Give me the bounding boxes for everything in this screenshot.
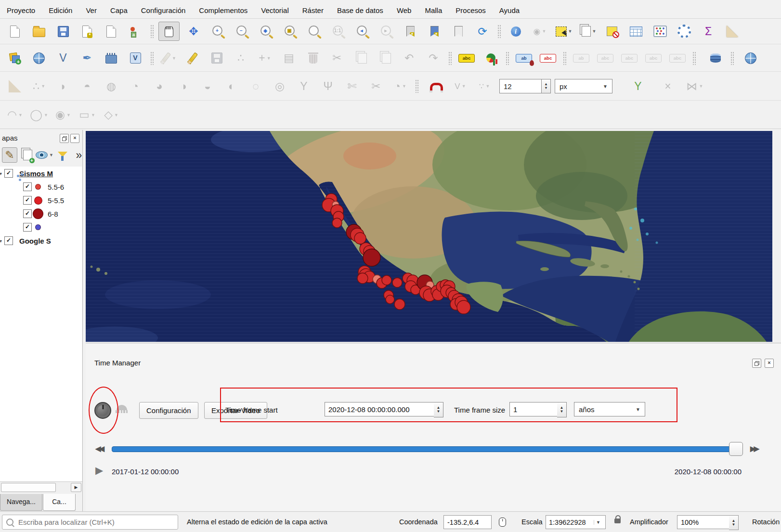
legend-checkbox[interactable]: ✓ <box>23 223 32 232</box>
archaeology-mode-icon[interactable] <box>116 405 128 413</box>
delete-part[interactable]: ◐ <box>221 77 242 95</box>
snap-units[interactable]: px▼ <box>555 77 612 95</box>
menu-ver[interactable]: Ver <box>79 3 104 18</box>
menu-procesos[interactable]: Procesos <box>449 3 493 18</box>
save-layer-edits[interactable] <box>207 49 227 67</box>
pin-labels-tool[interactable]: ab <box>514 49 534 67</box>
cut-features[interactable]: ✂ <box>327 49 347 67</box>
legend-checkbox[interactable]: ✓ <box>23 209 32 218</box>
data-source-manager[interactable] <box>5 49 25 67</box>
zoom-to-layer[interactable]: ▣ <box>280 22 300 40</box>
menu-complementos[interactable]: Complementos <box>192 3 254 18</box>
deselect-features[interactable] <box>602 22 622 40</box>
add-delimited-text-layer[interactable]: ✒ <box>77 49 97 67</box>
add-wms-layer[interactable] <box>29 49 49 67</box>
add-group[interactable] <box>19 148 34 162</box>
layer-checkbox[interactable]: ✓ <box>4 169 13 178</box>
tracing-toggle[interactable]: V▼ <box>450 77 470 95</box>
delete-ring[interactable]: ◒ <box>197 77 218 95</box>
split-features[interactable]: Y <box>294 77 314 95</box>
layers-panel-hscrollbar[interactable]: ▶ <box>0 481 82 493</box>
play-icon[interactable]: ▶ <box>95 465 103 476</box>
digitize-record[interactable]: ∴ <box>231 49 251 67</box>
pan-to-selection[interactable]: ✥ <box>183 22 204 40</box>
configuration-button[interactable]: Configuración <box>139 402 198 419</box>
show-sum-statistics[interactable]: Σ <box>698 22 718 40</box>
move-feature[interactable]: ◗ <box>53 77 73 95</box>
legend-checkbox[interactable]: ✓ <box>23 196 32 205</box>
add-virtual-layer[interactable] <box>125 49 145 67</box>
layer-labeling-options[interactable]: abc <box>456 49 477 67</box>
menu-malla[interactable]: Malla <box>418 3 449 18</box>
digitize-circular-string[interactable]: ◠▼ <box>5 106 25 124</box>
add-vector-layer[interactable]: V <box>53 49 73 67</box>
multiedit-attributes[interactable]: ▤ <box>279 49 299 67</box>
add-ring[interactable]: ◔ <box>125 77 145 95</box>
scrollbar-thumb[interactable] <box>1 483 56 492</box>
delete-selected[interactable] <box>303 49 323 67</box>
map-canvas[interactable] <box>86 131 772 342</box>
new-print-layout[interactable]: * <box>77 22 97 40</box>
tab-capas[interactable]: Ca... <box>43 494 76 511</box>
measure-line[interactable] <box>722 22 742 40</box>
reshape-features[interactable]: ◌ <box>246 77 266 95</box>
current-edits[interactable]: ▼ <box>158 49 179 67</box>
advanced-digitizing-panel[interactable]: ∴▼ <box>29 77 49 95</box>
rotate-feature[interactable]: ◓ <box>77 77 97 95</box>
zoom-next[interactable]: ▸ <box>376 22 396 40</box>
zoom-in[interactable]: + <box>208 22 228 40</box>
pin-unpin-labels[interactable]: ab <box>571 49 591 67</box>
menu-proyecto[interactable]: Proyecto <box>0 3 42 18</box>
undo[interactable]: ↶ <box>399 49 419 67</box>
digitize-ellipse[interactable]: ◉▼ <box>53 106 73 124</box>
tab-navegador[interactable]: Navega... <box>0 494 42 511</box>
legend-item[interactable]: ✓ 5-5.5 <box>0 194 82 207</box>
panel-overflow[interactable]: » <box>72 148 86 162</box>
measure-setsquare[interactable] <box>5 77 25 95</box>
change-label-properties[interactable]: abc <box>667 49 688 67</box>
digitize-regular-polygon[interactable]: ◇▼ <box>101 106 121 124</box>
menu-ayuda[interactable]: Ayuda <box>493 3 526 18</box>
menu-vectorial[interactable]: Vectorial <box>254 3 296 18</box>
snap-tolerance[interactable]: 12▲▼ <box>499 77 551 95</box>
split-parts[interactable]: Ψ <box>318 77 338 95</box>
legend-item[interactable]: ✓ <box>0 221 82 234</box>
processing-toolbox[interactable] <box>674 22 694 40</box>
tracing-offset[interactable]: ⋈▼ <box>685 77 705 95</box>
legend-checkbox[interactable]: ✓ <box>23 182 32 191</box>
simplify-feature[interactable]: ◍ <box>101 77 121 95</box>
add-part[interactable]: ◕ <box>149 77 169 95</box>
magnifier-spinner[interactable]: ▲▼ <box>729 515 739 530</box>
statistical-summary[interactable] <box>650 22 670 40</box>
offset-curve[interactable]: ◎ <box>270 77 290 95</box>
menu-web[interactable]: Web <box>390 3 418 18</box>
db-manager[interactable] <box>705 49 726 67</box>
time-slider[interactable] <box>112 446 742 452</box>
vertex-tool[interactable]: +▼ <box>255 49 275 67</box>
open-attribute-table[interactable] <box>626 22 646 40</box>
digitize-circle[interactable]: ◯▼ <box>29 106 49 124</box>
magnifier-input[interactable] <box>677 515 729 529</box>
frame-start-spinner[interactable]: ▲▼ <box>434 402 443 417</box>
copy-features[interactable] <box>351 49 371 67</box>
layer-label[interactable]: Sismos M <box>19 169 53 178</box>
highlight-pinned-labels[interactable]: abc <box>538 49 558 67</box>
move-label[interactable]: abc <box>619 49 639 67</box>
time-slider-handle[interactable] <box>729 442 743 456</box>
avoid-intersections[interactable]: × <box>658 77 678 95</box>
digitize-rectangle[interactable]: ▭▼ <box>77 106 97 124</box>
snap-on-intersection[interactable]: ∵▼ <box>474 77 495 95</box>
zoom-last[interactable]: ◂ <box>352 22 372 40</box>
layer-checkbox[interactable]: ✓ <box>4 236 13 245</box>
layer-item[interactable]: ▾ ✓ Google S <box>0 234 82 247</box>
lock-scale-icon[interactable] <box>614 519 621 523</box>
filter-legend[interactable] <box>55 148 70 162</box>
rotate-label[interactable]: abc <box>643 49 664 67</box>
redo[interactable]: ↷ <box>423 49 443 67</box>
layer-item[interactable]: ▾ ✓ Sismos M <box>0 167 82 180</box>
scrollbar-right-arrow-icon[interactable]: ▶ <box>71 483 81 492</box>
toggle-editing[interactable] <box>182 49 203 67</box>
refresh-map[interactable]: ⟳ <box>472 22 493 40</box>
expand-arrow-icon[interactable]: ▾ <box>0 171 4 176</box>
rotate-point-symbols[interactable]: ◔▼ <box>390 77 410 95</box>
